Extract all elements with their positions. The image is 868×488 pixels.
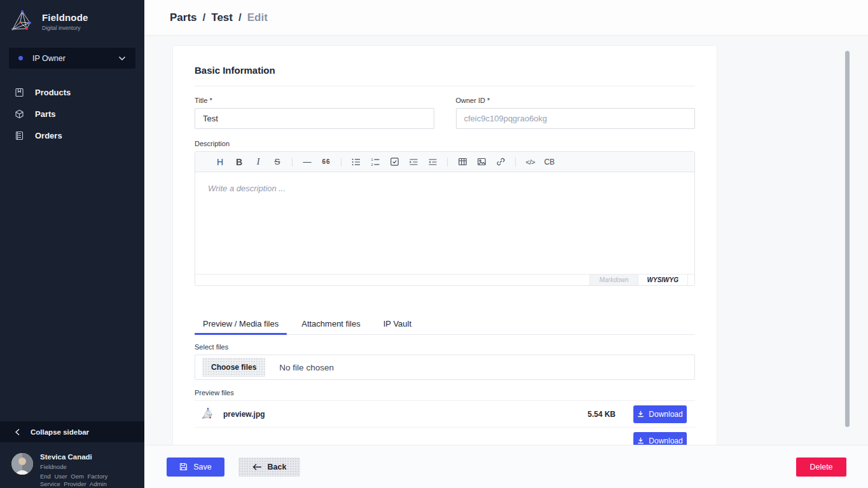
owner-id-label: Owner ID * bbox=[456, 97, 696, 104]
breadcrumb: Parts / Test / Edit bbox=[170, 11, 268, 24]
products-icon bbox=[14, 88, 24, 97]
breadcrumb-separator: / bbox=[203, 11, 206, 24]
file-name: preview.jpg bbox=[223, 410, 265, 419]
svg-text:2: 2 bbox=[371, 163, 373, 166]
tab-preview-media-files[interactable]: Preview / Media files bbox=[195, 313, 287, 334]
bold-button[interactable]: B bbox=[230, 152, 249, 172]
download-icon bbox=[637, 437, 644, 444]
main-area: Parts / Test / Edit Basic Information Ti… bbox=[144, 0, 868, 488]
title-input[interactable] bbox=[195, 108, 434, 129]
toolbar-divider bbox=[341, 158, 341, 166]
collapse-sidebar-label: Collapse sidebar bbox=[31, 428, 89, 436]
indent-button[interactable] bbox=[404, 152, 423, 172]
title-label: Title * bbox=[195, 97, 434, 104]
bullet-list-button[interactable] bbox=[347, 152, 366, 172]
back-button[interactable]: Back bbox=[238, 458, 300, 477]
download-button[interactable]: Download bbox=[633, 405, 687, 423]
file-thumbnail bbox=[202, 407, 215, 421]
sidebar-item-orders[interactable]: Orders bbox=[0, 125, 144, 146]
preview-files-label: Preview files bbox=[195, 389, 695, 396]
role-selector-dropdown[interactable]: IP Owner bbox=[9, 48, 135, 69]
file-picker: Choose files No file chosen bbox=[195, 355, 695, 380]
description-editor: H B I S — 66 12 bbox=[195, 151, 695, 286]
toolbar-divider bbox=[447, 158, 448, 166]
svg-text:1: 1 bbox=[371, 158, 373, 161]
blockquote-button[interactable]: 66 bbox=[317, 152, 336, 172]
breadcrumb-edit: Edit bbox=[247, 11, 268, 24]
sidebar-item-label: Parts bbox=[35, 109, 56, 119]
toolbar-divider bbox=[292, 158, 293, 166]
no-file-chosen-text: No file chosen bbox=[279, 363, 334, 372]
role-selector-label: IP Owner bbox=[32, 54, 65, 63]
brand: Fieldnode Digital inventory bbox=[0, 0, 144, 41]
user-roles: End User Oem Factory Service Provider Ad… bbox=[40, 473, 130, 488]
file-size: 5.54 KB bbox=[588, 410, 616, 419]
file-row: preview.jpg 5.54 KB Download bbox=[195, 401, 695, 428]
link-button[interactable] bbox=[491, 152, 510, 172]
chevron-left-icon bbox=[15, 428, 20, 436]
task-list-button[interactable] bbox=[385, 152, 404, 172]
description-placeholder: Write a description ... bbox=[208, 184, 286, 193]
chevron-down-icon bbox=[118, 56, 126, 61]
download-icon bbox=[637, 410, 644, 417]
save-button[interactable]: Save bbox=[167, 458, 224, 477]
arrow-left-icon bbox=[252, 463, 262, 471]
sidebar: Fieldnode Digital inventory IP Owner Pro… bbox=[0, 0, 144, 488]
download-button[interactable]: Download bbox=[633, 432, 687, 445]
fieldnode-logo-icon bbox=[10, 9, 36, 34]
tab-ip-vault[interactable]: IP Vault bbox=[375, 313, 420, 334]
sidebar-item-products[interactable]: Products bbox=[0, 81, 144, 103]
inline-code-button[interactable]: </> bbox=[521, 152, 540, 172]
sidebar-nav: Products Parts Orders bbox=[0, 81, 144, 146]
files-tab-bar: Preview / Media files Attachment files I… bbox=[195, 313, 695, 335]
collapse-sidebar-button[interactable]: Collapse sidebar bbox=[0, 421, 144, 442]
vertical-scrollbar[interactable] bbox=[845, 51, 850, 427]
editor-mode-switch: Markdown WYSIWYG bbox=[195, 274, 694, 285]
user-profile[interactable]: Stevica Canadi Fieldnode End User Oem Fa… bbox=[0, 442, 144, 488]
sidebar-item-label: Products bbox=[35, 88, 71, 97]
ordered-list-button[interactable]: 12 bbox=[366, 152, 385, 172]
code-block-button[interactable]: CB bbox=[540, 152, 559, 172]
brand-tagline: Digital inventory bbox=[42, 25, 88, 31]
top-bar: Parts / Test / Edit bbox=[144, 0, 868, 36]
editor-resize-handle[interactable] bbox=[687, 274, 694, 285]
italic-button[interactable]: I bbox=[249, 152, 268, 172]
description-label: Description bbox=[195, 140, 695, 147]
delete-button[interactable]: Delete bbox=[796, 458, 846, 477]
avatar bbox=[11, 453, 33, 475]
content-scroll-area: Basic Information Title * Owner ID * Des… bbox=[144, 36, 868, 445]
heading-button[interactable]: H bbox=[210, 152, 230, 172]
sidebar-item-parts[interactable]: Parts bbox=[0, 103, 144, 125]
markdown-mode-tab[interactable]: Markdown bbox=[589, 274, 637, 285]
app-root: Fieldnode Digital inventory IP Owner Pro… bbox=[0, 0, 868, 488]
file-thumbnail bbox=[202, 434, 215, 445]
select-files-label: Select files bbox=[195, 343, 695, 351]
strikethrough-button[interactable]: S bbox=[268, 152, 287, 172]
tab-attachment-files[interactable]: Attachment files bbox=[293, 313, 369, 334]
editor-toolbar: H B I S — 66 12 bbox=[195, 152, 694, 172]
table-button[interactable] bbox=[453, 152, 472, 172]
user-name: Stevica Canadi bbox=[40, 453, 130, 461]
description-textarea[interactable]: Write a description ... bbox=[195, 172, 694, 274]
wysiwyg-mode-tab[interactable]: WYSIWYG bbox=[638, 274, 687, 285]
orders-icon bbox=[14, 131, 24, 140]
bottom-action-bar: Save Back Delete bbox=[144, 445, 868, 488]
horizontal-rule-button[interactable]: — bbox=[298, 152, 317, 172]
role-status-dot bbox=[18, 56, 23, 60]
save-icon bbox=[179, 463, 188, 471]
edit-part-card: Basic Information Title * Owner ID * Des… bbox=[173, 46, 717, 445]
toolbar-divider bbox=[515, 158, 516, 166]
preview-files-list: preview.jpg 5.54 KB Download bbox=[195, 400, 695, 445]
section-title: Basic Information bbox=[195, 65, 695, 86]
sidebar-item-label: Orders bbox=[35, 131, 62, 140]
user-org: Fieldnode bbox=[40, 463, 130, 470]
brand-name: Fieldnode bbox=[42, 12, 88, 23]
breadcrumb-separator: / bbox=[238, 11, 242, 24]
owner-id-input bbox=[456, 108, 696, 129]
breadcrumb-parts[interactable]: Parts bbox=[170, 11, 197, 24]
parts-icon bbox=[14, 109, 24, 119]
outdent-button[interactable] bbox=[423, 152, 442, 172]
image-button[interactable] bbox=[472, 152, 491, 172]
choose-files-button[interactable]: Choose files bbox=[202, 358, 265, 377]
breadcrumb-test[interactable]: Test bbox=[211, 11, 233, 24]
